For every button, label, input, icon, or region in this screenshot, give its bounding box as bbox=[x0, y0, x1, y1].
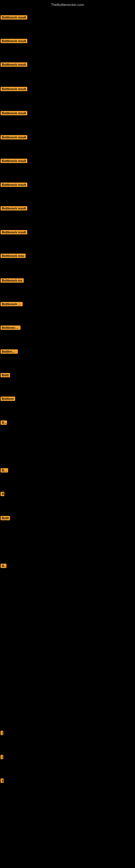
bottleneck-badge-10[interactable]: Bottleneck result bbox=[1, 230, 27, 236]
bottleneck-badge-9[interactable]: Bottleneck result bbox=[1, 206, 27, 212]
bottleneck-badge-25[interactable]: E bbox=[1, 778, 4, 784]
badge-label-6: Bottleneck result bbox=[1, 135, 27, 140]
bottleneck-badge-19[interactable]: Bot bbox=[1, 468, 8, 474]
badge-label-14: Bottleneck re bbox=[1, 326, 20, 330]
badge-label-15: Bottleneck bbox=[1, 349, 18, 354]
badge-label-16: Bottl bbox=[1, 373, 10, 377]
bottleneck-badge-4[interactable]: Bottleneck result bbox=[1, 87, 27, 92]
badge-label-17: Bottlene bbox=[1, 397, 15, 401]
bottleneck-badge-6[interactable]: Bottleneck result bbox=[1, 135, 27, 141]
badge-label-19: Bot bbox=[1, 468, 8, 472]
badge-label-9: Bottleneck result bbox=[1, 206, 27, 211]
badge-label-8: Bottleneck result bbox=[1, 183, 27, 187]
badge-label-5: Bottleneck result bbox=[1, 111, 27, 115]
badge-label-10: Bottleneck result bbox=[1, 230, 27, 235]
badge-label-24: | bbox=[1, 755, 3, 759]
bottleneck-badge-21[interactable]: Bottl bbox=[1, 516, 10, 521]
badge-label-20: B bbox=[1, 492, 4, 496]
bottleneck-badge-23[interactable]: | bbox=[1, 731, 3, 736]
bottleneck-badge-1[interactable]: Bottleneck result bbox=[1, 15, 27, 21]
bottleneck-badge-20[interactable]: B bbox=[1, 492, 4, 497]
badge-label-18: Bo bbox=[1, 421, 7, 425]
site-title: TheBottlenecker.com bbox=[0, 1, 135, 8]
badge-label-22: Bo bbox=[1, 564, 6, 568]
badge-label-4: Bottleneck result bbox=[1, 87, 27, 91]
badge-label-13: Bottleneck res bbox=[1, 302, 23, 306]
badge-label-25: E bbox=[1, 778, 4, 783]
bottleneck-badge-14[interactable]: Bottleneck re bbox=[1, 326, 20, 331]
bottleneck-badge-24[interactable]: | bbox=[1, 755, 3, 760]
bottleneck-badge-17[interactable]: Bottlene bbox=[1, 397, 15, 402]
badge-label-2: Bottleneck result bbox=[1, 39, 27, 43]
bottleneck-badge-15[interactable]: Bottleneck bbox=[1, 349, 18, 355]
badge-label-23: | bbox=[1, 731, 3, 735]
bottleneck-badge-12[interactable]: Bottleneck res bbox=[1, 278, 24, 284]
badge-label-1: Bottleneck result bbox=[1, 15, 27, 20]
badge-label-3: Bottleneck result bbox=[1, 62, 27, 67]
bottleneck-badge-16[interactable]: Bottl bbox=[1, 373, 10, 378]
badge-label-7: Bottleneck result bbox=[1, 159, 27, 163]
bottleneck-badge-5[interactable]: Bottleneck result bbox=[1, 111, 27, 116]
badge-label-11: Bottleneck resu bbox=[1, 254, 26, 258]
bottleneck-badge-3[interactable]: Bottleneck result bbox=[1, 62, 27, 68]
bottleneck-badge-7[interactable]: Bottleneck result bbox=[1, 159, 27, 164]
badge-label-12: Bottleneck res bbox=[1, 278, 24, 283]
bottleneck-badge-11[interactable]: Bottleneck resu bbox=[1, 254, 26, 259]
bottleneck-badge-8[interactable]: Bottleneck result bbox=[1, 183, 27, 188]
bottleneck-badge-13[interactable]: Bottleneck res bbox=[1, 302, 23, 307]
bottleneck-badge-2[interactable]: Bottleneck result bbox=[1, 39, 27, 44]
bottleneck-badge-22[interactable]: Bo bbox=[1, 564, 6, 569]
bottleneck-badge-18[interactable]: Bo bbox=[1, 421, 7, 426]
badge-label-21: Bottl bbox=[1, 516, 10, 520]
